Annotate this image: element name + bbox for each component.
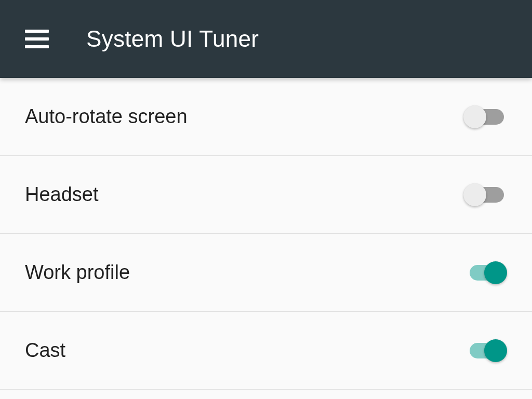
hamburger-line	[25, 30, 49, 33]
setting-headset[interactable]: Headset	[0, 156, 532, 234]
toolbar: System UI Tuner	[0, 0, 532, 78]
toggle-cast[interactable]	[463, 338, 507, 364]
settings-list: Auto-rotate screen Headset Work profile …	[0, 78, 532, 390]
hamburger-menu-icon[interactable]	[25, 30, 49, 48]
page-title: System UI Tuner	[86, 26, 259, 52]
setting-label: Headset	[25, 183, 99, 206]
setting-auto-rotate[interactable]: Auto-rotate screen	[0, 78, 532, 156]
toggle-headset[interactable]	[463, 182, 507, 208]
toggle-auto-rotate[interactable]	[463, 104, 507, 130]
hamburger-line	[25, 37, 49, 41]
toggle-work-profile[interactable]	[463, 260, 507, 286]
hamburger-line	[25, 45, 49, 48]
switch-thumb	[463, 105, 486, 128]
setting-label: Cast	[25, 339, 65, 362]
switch-thumb	[484, 339, 507, 362]
switch-thumb	[484, 261, 507, 284]
setting-label: Work profile	[25, 261, 130, 284]
setting-cast[interactable]: Cast	[0, 312, 532, 390]
switch-thumb	[463, 183, 486, 206]
setting-label: Auto-rotate screen	[25, 105, 188, 128]
setting-work-profile[interactable]: Work profile	[0, 234, 532, 312]
